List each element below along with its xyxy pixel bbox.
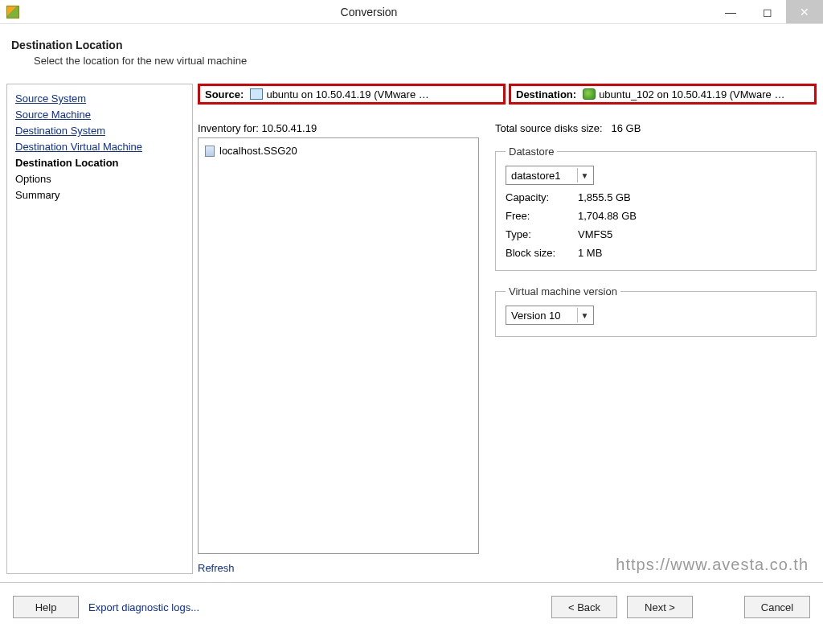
page-subtitle: Select the location for the new virtual … [34,55,812,67]
datastore-legend: Datastore [506,146,557,158]
source-summary-box: Source: ubuntu on 10.50.41.19 (VMware … [198,84,506,105]
chevron-down-icon: ▼ [577,308,592,322]
step-source-machine[interactable]: Source Machine [15,107,184,123]
back-button[interactable]: < Back [551,596,617,618]
page-title: Destination Location [11,39,812,51]
step-destination-system[interactable]: Destination System [15,123,184,139]
maximize-button[interactable]: ◻ [749,0,786,23]
source-text: ubuntu on 10.50.41.19 (VMware … [266,88,498,100]
capacity-value: 1,855.5 GB [578,191,631,203]
blocksize-label: Block size: [506,247,578,259]
vm-version-group: Virtual machine version Version 10 ▼ [495,285,817,337]
cancel-button[interactable]: Cancel [744,596,810,618]
step-destination-vm[interactable]: Destination Virtual Machine [15,139,184,155]
step-summary: Summary [15,187,184,203]
step-options: Options [15,171,184,187]
type-value: VMFS5 [578,228,612,240]
wizard-footer: Help Export diagnostic logs... < Back Ne… [0,582,823,635]
capacity-label: Capacity: [506,191,578,203]
conversion-icon [583,88,596,100]
datastore-selected: datastore1 [511,170,560,182]
inventory-tree[interactable]: localhost.SSG20 [198,137,479,554]
step-source-system[interactable]: Source System [15,91,184,107]
free-value: 1,704.88 GB [578,210,637,222]
vm-version-legend: Virtual machine version [506,285,620,297]
minimize-button[interactable]: — [712,0,749,23]
step-destination-location: Destination Location [15,155,184,171]
blocksize-value: 1 MB [578,247,602,259]
type-label: Type: [506,228,578,240]
datastore-group: Datastore datastore1 ▼ Capacity:1,855.5 … [495,146,817,271]
wizard-steps-sidebar: Source System Source Machine Destination… [6,84,193,574]
help-button[interactable]: Help [13,596,79,618]
chevron-down-icon: ▼ [577,168,592,183]
free-label: Free: [506,210,578,222]
inventory-host-label: localhost.SSG20 [219,145,297,157]
total-disks-row: Total source disks size: 16 GB [495,122,817,134]
total-disks-value: 16 GB [612,122,641,134]
destination-summary-box: Destination: ubuntu_102 on 10.50.41.19 (… [509,84,817,105]
close-button[interactable]: ✕ [786,0,823,23]
next-button[interactable]: Next > [627,596,693,618]
app-icon [6,6,19,18]
window-title: Conversion [26,6,712,18]
titlebar: Conversion — ◻ ✕ [0,0,823,24]
inventory-host-item[interactable]: localhost.SSG20 [202,143,475,158]
vm-version-select[interactable]: Version 10 ▼ [506,306,594,325]
inventory-label: Inventory for: 10.50.41.19 [198,122,479,134]
refresh-link[interactable]: Refresh [198,562,479,574]
host-icon [205,146,215,157]
destination-text: ubuntu_102 on 10.50.41.19 (VMware … [599,88,809,100]
computer-icon [250,88,263,100]
source-label: Source: [205,88,244,100]
export-diagnostics-link[interactable]: Export diagnostic logs... [88,601,199,613]
datastore-select[interactable]: datastore1 ▼ [506,166,594,185]
wizard-header: Destination Location Select the location… [0,24,823,76]
window-controls: — ◻ ✕ [712,0,823,23]
total-disks-label: Total source disks size: [495,122,603,134]
vm-version-selected: Version 10 [511,310,560,322]
destination-label: Destination: [516,88,576,100]
